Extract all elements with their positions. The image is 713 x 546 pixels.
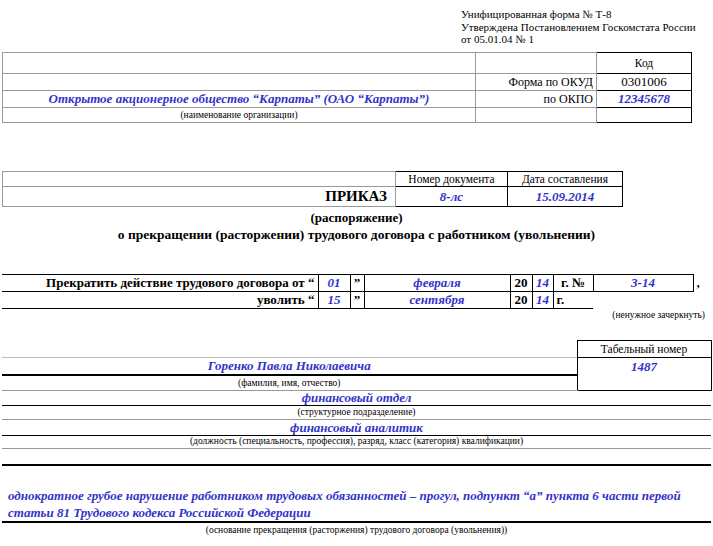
trailing-comma: , [693,275,703,292]
doc-number-header: Номер документа [396,172,508,187]
department-position-section: финансовый отдел (структурное подразделе… [2,390,711,466]
form-reference-line1: Унифицированная форма № Т-8 [461,8,696,21]
header-codes-table: Код Форма по ОКУД 0301006 Открытое акцио… [2,52,692,123]
grounds-field[interactable]: однократное грубое нарушение работником … [2,486,711,523]
empty-cell [593,292,693,309]
century-prefix: 20 [510,292,532,309]
grounds-section: однократное грубое нарушение работником … [2,486,711,535]
termination-dates-table: Прекратить действие трудового договора о… [2,274,703,309]
order-number-field[interactable]: 3-14 [593,275,693,292]
empty-cell [3,172,396,187]
doc-number-field[interactable]: 8-лс [396,187,508,207]
form-reference-line3: от 05.01.04 № 1 [461,33,696,46]
empty-cell [3,53,476,74]
empty-cell [476,108,597,123]
okpo-value-field[interactable]: 12345678 [597,91,692,108]
department-field[interactable]: финансовый отдел [2,390,711,406]
employee-table: Табельный номер Горенко Павла Николаевич… [2,340,712,391]
personnel-number-header: Табельный номер [577,341,711,358]
empty-cell [693,292,703,309]
blank-row [2,449,711,466]
empty-cell [577,375,711,390]
okud-value: 0301006 [597,74,692,91]
century-prefix: 20 [510,275,532,292]
okpo-label: по ОКПО [476,91,597,108]
order-title: ПРИКАЗ [3,187,396,207]
form-reference-line2: Утверждена Постановлением Госкомстата Ро… [461,21,696,34]
empty-code-cell [597,108,692,123]
personnel-number-field[interactable]: 1487 [577,358,711,376]
employee-name-caption: (фамилия, имя, отчество) [2,375,577,390]
code-column-header: Код [597,53,692,74]
okud-label: Форма по ОКУД [476,74,597,91]
order-number-label: г. № [553,275,593,292]
termination-year-field[interactable]: 14 [532,275,553,292]
order-header-table: Номер документа Дата составления ПРИКАЗ … [2,171,623,207]
dismiss-month-field[interactable]: сентября [364,292,510,309]
order-subtitle: (распоряжение) [0,210,713,226]
employee-name-field[interactable]: Горенко Павла Николаевича [2,358,577,376]
empty-cell [2,341,577,358]
form-reference: Унифицированная форма № Т-8 Утверждена П… [461,8,696,46]
organization-caption: (наименование организации) [3,108,476,123]
dismiss-year-field[interactable]: 14 [532,292,553,309]
empty-cell [3,74,476,91]
termination-line1-label: Прекратить действие трудового договора о… [2,275,318,292]
close-quote: ” [350,292,364,309]
order-subject: о прекращении (расторжении) трудового до… [0,227,713,243]
termination-day-field[interactable]: 01 [318,275,350,292]
dismiss-day-field[interactable]: 15 [318,292,350,309]
position-field[interactable]: финансовый аналитик [2,420,711,436]
dismiss-line-label: уволить “ [2,292,318,309]
close-quote: ” [350,275,364,292]
doc-date-field[interactable]: 15.09.2014 [508,187,623,207]
year-suffix: г. [553,292,593,309]
position-caption: (должность (специальность, профессия), р… [2,436,711,449]
grounds-caption: (основание прекращения (расторжения) тру… [2,523,711,535]
department-caption: (структурное подразделение) [2,406,711,420]
organization-name-field[interactable]: Открытое акционерное общество “Карпаты” … [3,91,476,108]
empty-cell [476,53,597,74]
doc-date-header: Дата составления [508,172,623,187]
termination-month-field[interactable]: февраля [364,275,510,292]
strike-out-note: (ненужное зачеркнуть) [612,310,705,320]
form-t8-page: Унифицированная форма № Т-8 Утверждена П… [0,0,713,546]
